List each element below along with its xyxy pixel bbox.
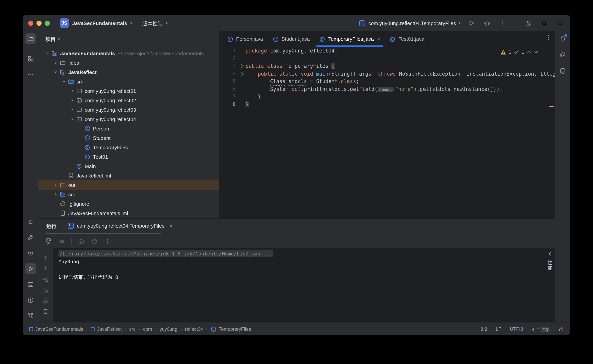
editor-tab-test01-java[interactable]: CTest01.java: [385, 31, 429, 47]
chevron-right-icon[interactable]: [52, 183, 59, 187]
search-everywhere-button[interactable]: [540, 18, 549, 28]
breadcrumb-item-src[interactable]: src: [129, 326, 135, 332]
run-line-button[interactable]: [240, 64, 245, 69]
warning-stripe-mark[interactable]: [549, 106, 554, 107]
editor-tab-student-java[interactable]: CStudent.java: [268, 31, 314, 47]
tree-item--gitignore[interactable]: .gitignore: [39, 199, 219, 208]
problems-tool-button[interactable]: [25, 295, 36, 306]
tree-item--idea[interactable]: .idea: [39, 58, 219, 67]
editor-tab-person-java[interactable]: CPerson.java: [222, 31, 268, 47]
tree-item-com-yuy0ung-reflect01[interactable]: com.yuy0ung.reflect01: [39, 86, 219, 96]
tree-item-src[interactable]: src: [39, 77, 219, 86]
more-tools-button[interactable]: [25, 69, 36, 80]
collapse-icon[interactable]: [547, 252, 552, 256]
tree-item-test01[interactable]: CTest01: [39, 152, 219, 162]
console-more-button[interactable]: [103, 237, 113, 246]
tree-item-temporaryfiles[interactable]: CTemporaryFiles: [39, 143, 219, 152]
tree-item-com-yuy0ung-reflect04[interactable]: com.yuy0ung.reflect04: [39, 114, 219, 124]
chevron-right-icon[interactable]: [69, 108, 76, 111]
chevron-right-icon[interactable]: [69, 89, 76, 92]
debug-button[interactable]: [482, 18, 492, 28]
editor-tab-temporaryfiles-java[interactable]: CTemporaryFiles.java×: [314, 31, 385, 47]
line-ending-widget[interactable]: LF: [496, 326, 501, 332]
breadcrumb-item-javareflect[interactable]: JavaReflect: [91, 326, 122, 332]
indent-widget[interactable]: 4 个空格: [532, 325, 550, 332]
run-button[interactable]: [467, 18, 476, 28]
project-panel-title[interactable]: 项目: [46, 35, 56, 43]
project-tool-button[interactable]: [25, 33, 36, 44]
breadcrumb-separator: ›: [125, 327, 126, 331]
breadcrumb-item-yuy0ung[interactable]: yuy0ung: [160, 326, 178, 332]
thread-dump-button[interactable]: [76, 237, 86, 246]
tree-item-out[interactable]: out: [39, 180, 219, 190]
terminal-tool-button[interactable]: [25, 279, 36, 290]
code-with-me-button[interactable]: [524, 18, 533, 28]
ai-assistant-tool-button[interactable]: [557, 49, 568, 60]
tree-item-javareflect[interactable]: JavaReflect: [39, 67, 219, 77]
notifications-tool-button[interactable]: [557, 33, 568, 44]
run-tool-button[interactable]: [25, 263, 36, 274]
stop-button[interactable]: [57, 237, 67, 246]
breadcrumb-item-com[interactable]: com: [143, 326, 152, 332]
chevron-right-icon[interactable]: [52, 193, 59, 196]
next-problem-button[interactable]: [534, 50, 539, 54]
prev-problem-button[interactable]: [527, 50, 531, 54]
run-configuration-selector[interactable]: com.yuy0ung.reflect04.TemporaryFiles ▾: [359, 20, 460, 26]
tree-item-com-yuy0ung-reflect02[interactable]: com.yuy0ung.reflect02: [39, 96, 219, 105]
run-line-button[interactable]: [240, 71, 245, 77]
inspections-widget[interactable]: 1 1: [500, 49, 539, 55]
structure-tool-button[interactable]: [25, 53, 36, 64]
chevron-down-icon[interactable]: [69, 117, 76, 121]
prev-occurrence-button[interactable]: [42, 255, 49, 262]
breadcrumb-item-reflect04[interactable]: reflect04: [185, 326, 203, 332]
console-output-line: Yuy0ung: [59, 258, 555, 266]
build-tool-button[interactable]: [25, 232, 36, 243]
chevron-right-icon[interactable]: [69, 99, 76, 102]
encoding-widget[interactable]: UTF-8: [510, 326, 523, 332]
close-window-button[interactable]: [28, 21, 33, 26]
close-tab-icon[interactable]: ×: [378, 36, 380, 42]
git-tool-button[interactable]: [25, 310, 36, 321]
close-icon[interactable]: ×: [170, 223, 172, 229]
profiler-button[interactable]: [90, 237, 99, 246]
chevron-down-icon[interactable]: [52, 71, 59, 74]
soft-wrap-button[interactable]: [42, 277, 49, 284]
breadcrumb-item-temporaryfiles[interactable]: CTemporaryFiles: [211, 326, 251, 332]
console-output[interactable]: /Library/Java/JavaVirtualMachines/jdk-1.…: [53, 248, 555, 323]
database-tool-button[interactable]: [557, 65, 568, 76]
settings-button[interactable]: [555, 18, 565, 28]
code-content[interactable]: package com.yuy0ung.reflect04;public cla…: [246, 47, 555, 108]
run-console-tab[interactable]: com.yuy0ung.reflect04.TemporaryFiles ×: [67, 222, 172, 229]
more-actions-button[interactable]: [498, 18, 507, 28]
tree-item-javareflect-iml[interactable]: JavaReflect.iml: [39, 171, 219, 180]
profiler-side-tab[interactable]: 性能: [546, 260, 553, 271]
zoom-window-button[interactable]: [45, 21, 50, 26]
editor-area[interactable]: CPerson.javaCStudent.javaCTemporaryFiles…: [219, 31, 555, 218]
tree-item-javasecfundamentals[interactable]: JavaSecFundamentals~/IdeaProjects/JavaSe…: [39, 49, 219, 58]
print-button[interactable]: [42, 298, 49, 305]
rerun-button[interactable]: [44, 237, 53, 246]
services-tool-button[interactable]: [25, 248, 36, 259]
tree-item-main[interactable]: CMain: [39, 162, 219, 171]
debug-tool-button[interactable]: [25, 216, 36, 227]
breadcrumb-item-javasecfundamentals[interactable]: JavaSecFundamentals: [29, 326, 83, 332]
clear-console-button[interactable]: [42, 308, 49, 315]
tree-item-person[interactable]: CPerson: [39, 124, 219, 133]
scroll-to-end-button[interactable]: [42, 287, 49, 294]
project-name-menu[interactable]: JavaSecFundamentals: [72, 20, 127, 26]
tab-options-button[interactable]: [545, 34, 551, 41]
tree-item-javasecfundamentals-iml[interactable]: JavaSecFundamentals.iml: [39, 208, 219, 218]
chevron-down-icon[interactable]: [60, 80, 67, 83]
tree-item-src[interactable]: src: [39, 190, 219, 199]
tree-item-student[interactable]: CStudent: [39, 133, 219, 143]
chevron-right-icon[interactable]: [52, 61, 59, 64]
tree-item-com-yuy0ung-reflect03[interactable]: com.yuy0ung.reflect03: [39, 105, 219, 114]
caret-position-widget[interactable]: 8:2: [481, 326, 487, 332]
next-occurrence-button[interactable]: [42, 265, 49, 272]
line-number: 7: [219, 93, 236, 100]
minimize-window-button[interactable]: [36, 21, 42, 26]
breadcrumb-separator: ›: [139, 327, 140, 331]
read-write-lock-icon[interactable]: [559, 326, 564, 332]
chevron-down-icon[interactable]: [44, 52, 51, 55]
vcs-menu[interactable]: 版本控制: [142, 20, 163, 27]
